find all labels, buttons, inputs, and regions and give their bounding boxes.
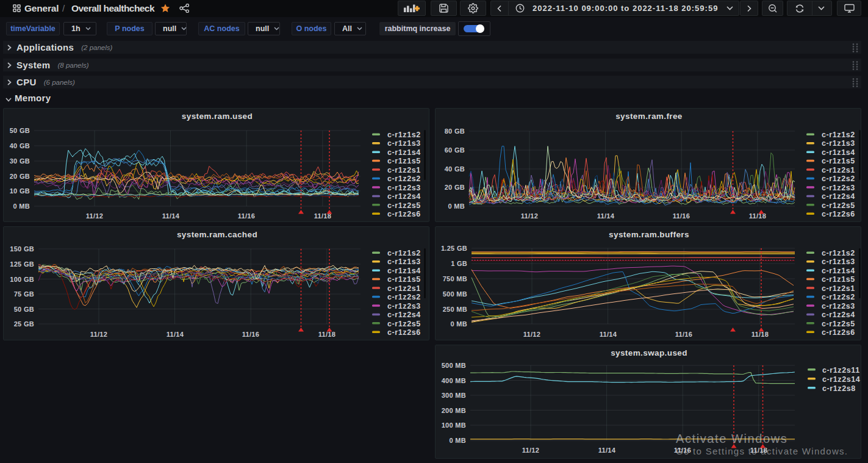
svg-text:1 GB: 1 GB [451,260,467,267]
svg-text:c-r1z1s3: c-r1z1s3 [387,139,421,148]
svg-text:c-r1z2s1: c-r1z2s1 [822,166,855,174]
svg-text:40 GB: 40 GB [10,142,30,149]
svg-text:c-r1z1s2: c-r1z1s2 [387,131,421,139]
svg-text:c-r1z2s3: c-r1z2s3 [387,184,421,192]
svg-text:c-r1z2s6: c-r1z2s6 [387,328,421,337]
svg-text:c-r1z2s2: c-r1z2s2 [387,293,421,301]
svg-text:11/18: 11/18 [318,331,335,338]
svg-text:c-r1z2s1: c-r1z2s1 [387,166,421,174]
svg-text:60 GB: 60 GB [445,146,465,154]
svg-text:150 GB: 150 GB [10,245,34,253]
svg-text:300 MB: 300 MB [442,392,466,399]
svg-text:c-r1z2s5: c-r1z2s5 [387,201,421,210]
svg-text:c-r1z1s5: c-r1z1s5 [822,275,855,284]
svg-text:c-r1z1s2: c-r1z1s2 [387,249,421,257]
svg-text:500 MB: 500 MB [442,362,466,369]
svg-text:c-r1z2s3: c-r1z2s3 [822,302,855,310]
svg-text:c-r1z2s6: c-r1z2s6 [822,328,855,337]
svg-text:c-r1z1s5: c-r1z1s5 [387,275,421,284]
svg-text:c-r1z2s2: c-r1z2s2 [822,293,855,301]
svg-text:11/12: 11/12 [521,212,538,220]
svg-text:75 GB: 75 GB [14,290,34,298]
svg-text:c-r1z1s3: c-r1z1s3 [822,139,855,148]
svg-text:750 MB: 750 MB [443,275,467,282]
svg-text:100 MB: 100 MB [442,422,466,429]
svg-text:100 GB: 100 GB [10,276,34,283]
svg-text:c-r1z2s3: c-r1z2s3 [822,184,855,192]
svg-text:system.swap.used: system.swap.used [611,348,687,357]
svg-text:11/16: 11/16 [238,212,255,220]
svg-text:c-r1z1s5: c-r1z1s5 [387,157,421,165]
svg-text:c-r1z2s4: c-r1z2s4 [822,192,855,201]
svg-text:50 GB: 50 GB [10,127,30,134]
svg-text:system.ram.free: system.ram.free [615,112,683,121]
svg-text:1.25 GB: 1.25 GB [441,245,467,252]
svg-text:0 MB: 0 MB [451,320,467,328]
svg-text:0 MB: 0 MB [448,203,465,210]
svg-text:c-r1z2s6: c-r1z2s6 [822,210,855,218]
svg-text:c-r1z2s1: c-r1z2s1 [822,284,855,293]
svg-text:0 MB: 0 MB [13,203,30,210]
svg-text:c-r1z2s5: c-r1z2s5 [822,201,855,210]
svg-text:c-r1z2s4: c-r1z2s4 [822,310,855,319]
svg-text:0 MB: 0 MB [450,437,466,444]
svg-text:11/14: 11/14 [598,447,616,454]
svg-text:11/12: 11/12 [522,447,539,454]
svg-text:80 GB: 80 GB [445,127,465,135]
svg-text:11/16: 11/16 [242,331,259,338]
svg-text:25 GB: 25 GB [14,320,34,328]
svg-text:c-r1z2s14: c-r1z2s14 [822,375,860,384]
svg-text:400 MB: 400 MB [442,377,466,384]
svg-text:c-r1z1s4: c-r1z1s4 [822,148,855,157]
svg-text:11/16: 11/16 [675,331,692,338]
svg-text:c-r1z1s3: c-r1z1s3 [822,257,855,266]
svg-text:c-r1z2s2: c-r1z2s2 [387,174,421,183]
svg-text:20 GB: 20 GB [445,184,465,191]
svg-text:30 GB: 30 GB [10,157,30,165]
svg-text:11/12: 11/12 [86,212,103,220]
svg-text:10 GB: 10 GB [10,187,30,195]
svg-text:c-r1z1s4: c-r1z1s4 [822,267,855,275]
svg-text:11/16: 11/16 [673,212,690,220]
svg-text:11/14: 11/14 [167,331,184,338]
svg-text:c-r1z2s5: c-r1z2s5 [387,320,421,328]
svg-text:125 GB: 125 GB [10,260,34,268]
svg-text:c-r1z1s4: c-r1z1s4 [387,267,421,275]
svg-text:11/12: 11/12 [90,331,107,338]
svg-text:c-r1z2s2: c-r1z2s2 [822,174,855,183]
svg-text:c-r1z1s5: c-r1z1s5 [822,157,855,165]
svg-text:c-r1z2s5: c-r1z2s5 [822,320,855,328]
svg-text:c-r1z1s4: c-r1z1s4 [387,148,421,157]
svg-text:c-r1z1s3: c-r1z1s3 [387,257,421,266]
svg-text:250 MB: 250 MB [443,306,467,313]
svg-text:system.ram.used: system.ram.used [182,112,253,121]
svg-text:20 GB: 20 GB [10,173,30,180]
svg-text:c-r1z2s8: c-r1z2s8 [822,384,856,393]
svg-text:c-r1z2s4: c-r1z2s4 [387,192,421,201]
svg-text:c-r1z2s1: c-r1z2s1 [387,284,421,293]
svg-text:50 GB: 50 GB [14,306,34,313]
svg-text:c-r1z2s11: c-r1z2s11 [822,366,860,375]
svg-text:11/18: 11/18 [751,331,769,338]
svg-text:11/14: 11/14 [597,212,615,220]
svg-text:c-r1z1s2: c-r1z1s2 [822,131,855,139]
svg-text:200 MB: 200 MB [442,407,466,414]
svg-text:c-r1z2s4: c-r1z2s4 [387,310,421,319]
svg-text:11/14: 11/14 [600,331,617,338]
svg-text:11/12: 11/12 [523,331,540,338]
svg-text:system.ram.buffers: system.ram.buffers [609,230,689,239]
svg-text:40 GB: 40 GB [445,165,465,173]
svg-text:c-r1z2s3: c-r1z2s3 [387,302,421,310]
svg-text:c-r1z1s2: c-r1z1s2 [822,249,855,257]
svg-text:c-r1z2s6: c-r1z2s6 [387,210,421,218]
svg-text:system.ram.cached: system.ram.cached [177,230,257,239]
svg-text:500 MB: 500 MB [443,290,467,298]
svg-text:11/14: 11/14 [162,212,180,220]
